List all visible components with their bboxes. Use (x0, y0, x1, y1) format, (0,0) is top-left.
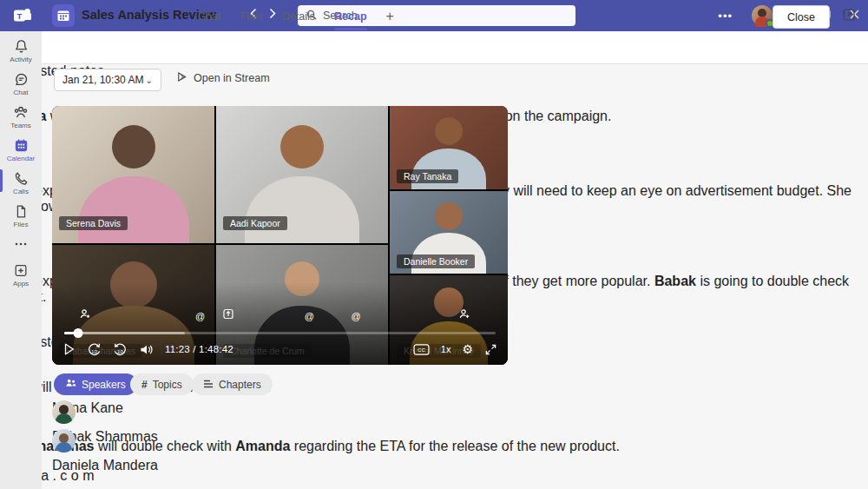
sidebar-item-calls[interactable]: Calls (0, 170, 42, 202)
marker-at-icon[interactable]: @ (351, 312, 360, 321)
teams-icon (12, 104, 30, 121)
sidebar-item-chat[interactable]: Chat (0, 71, 42, 102)
seek-bar[interactable] (64, 332, 496, 334)
phone-icon (13, 170, 30, 187)
teams-logo-icon: T (12, 6, 33, 25)
add-tab-icon[interactable]: + (386, 9, 394, 24)
chat-icon (13, 71, 30, 88)
stream-icon (176, 71, 187, 85)
svg-text:10: 10 (117, 347, 123, 354)
calendar-icon (13, 137, 30, 154)
settings-gear-icon[interactable]: ⚙ (462, 343, 473, 355)
close-button[interactable]: Close (773, 5, 830, 29)
more-icon (13, 240, 29, 248)
avatar (52, 458, 76, 481)
volume-icon[interactable] (139, 343, 154, 356)
speaker-row: Daniela Mandera (52, 458, 491, 486)
more-options-icon[interactable]: ••• (718, 10, 733, 23)
player-controls: 10 10 11:23 / 1:48:42 CC 1x ⚙ (62, 340, 497, 359)
captions-button[interactable]: CC (413, 343, 430, 356)
bell-icon (13, 38, 30, 55)
forward-10-button[interactable]: 10 (113, 342, 128, 357)
avatar (52, 429, 76, 453)
sidebar-item-apps[interactable]: Apps (0, 262, 42, 294)
recording-date-select[interactable]: Jan 21, 10:30 AM ⌄ (54, 69, 161, 91)
playback-time: 11:23 / 1:48:42 (165, 344, 233, 354)
sidebar-item-calendar[interactable]: Calendar (0, 137, 42, 169)
svg-text:T: T (17, 11, 23, 21)
filter-speakers[interactable]: Speakers (54, 373, 137, 395)
user-avatar[interactable] (752, 5, 773, 26)
speaker-row: Babak Shammas (52, 429, 491, 458)
marker-person-add-icon[interactable] (79, 308, 90, 321)
speaker-row: Mona Kane (52, 400, 491, 429)
rewind-10-button[interactable]: 10 (87, 342, 102, 357)
selected-date: Jan 21, 10:30 AM (62, 74, 143, 86)
sidebar-item-teams[interactable]: Teams (0, 104, 42, 135)
teams-window: T Search ••• — Activity (0, 0, 868, 489)
filter-topics[interactable]: # Topics (130, 373, 194, 395)
fullscreen-button[interactable] (484, 343, 497, 356)
svg-text:10: 10 (91, 347, 97, 354)
tab-recap[interactable]: Recap (334, 0, 367, 32)
tab-files[interactable]: Files (240, 0, 262, 32)
file-icon (13, 203, 29, 220)
meeting-calendar-icon (52, 4, 75, 27)
open-in-stream-link[interactable]: Open in Stream (176, 71, 270, 85)
timeline-markers: @ @@ (64, 106, 496, 365)
avatar (52, 400, 76, 424)
marker-person-add-icon[interactable] (459, 308, 470, 321)
list-icon (203, 379, 214, 391)
filter-chapters[interactable]: Chapters (192, 373, 273, 395)
tab-details[interactable]: Details (282, 0, 315, 32)
sidebar-item-files[interactable]: Files (0, 203, 42, 235)
marker-at-icon[interactable]: @ (195, 312, 205, 321)
hash-icon: # (141, 379, 148, 391)
playhead-handle[interactable] (73, 328, 82, 338)
tab-chat[interactable]: Chat (198, 0, 220, 32)
play-button[interactable] (62, 342, 76, 356)
chevron-down-icon: ⌄ (146, 76, 153, 85)
people-icon (65, 378, 76, 391)
recording-player[interactable]: Serena Davis Aadi Kapoor Ray Tanaka Dani… (52, 106, 508, 365)
open-in-window-icon[interactable] (842, 8, 856, 25)
svg-text:CC: CC (418, 347, 425, 353)
meeting-header (42, 31, 868, 64)
stream-label: Open in Stream (194, 72, 270, 84)
marker-at-icon[interactable]: @ (305, 312, 314, 321)
apps-icon (13, 262, 29, 279)
playback-speed-button[interactable]: 1x (441, 344, 451, 354)
app-rail: Activity Chat Teams Calendar Calls Files… (0, 31, 42, 489)
page-title: Sales Analysis Review (82, 8, 216, 22)
marker-share-icon[interactable] (223, 308, 234, 321)
sidebar-item-activity[interactable]: Activity (0, 38, 42, 69)
